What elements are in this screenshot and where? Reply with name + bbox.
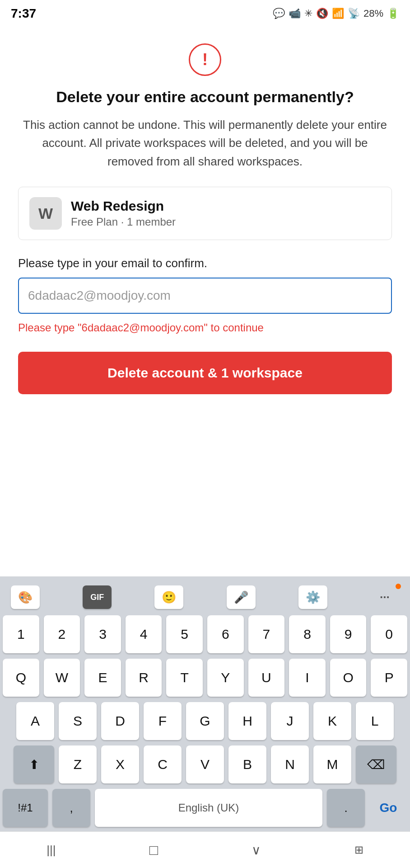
- battery-icon: 🔋: [387, 8, 399, 19]
- period-key[interactable]: .: [327, 789, 365, 827]
- email-input[interactable]: [18, 278, 392, 314]
- go-key[interactable]: Go: [369, 789, 407, 827]
- orange-dot: [396, 584, 401, 589]
- keyboard-row-qwerty: Q W E R T Y U I O P: [3, 659, 407, 697]
- key-o[interactable]: O: [330, 659, 367, 697]
- key-h[interactable]: H: [228, 702, 266, 740]
- comma-key[interactable]: ,: [52, 789, 90, 827]
- gif-button[interactable]: GIF: [83, 585, 112, 609]
- dialog-title: Delete your entire account permanently?: [56, 87, 354, 107]
- confirm-label: Please type in your email to confirm.: [18, 256, 392, 270]
- key-u[interactable]: U: [248, 659, 285, 697]
- key-3[interactable]: 3: [84, 615, 121, 653]
- bluetooth-icon: ✳: [304, 8, 312, 19]
- key-e[interactable]: E: [84, 659, 121, 697]
- workspace-meta: Free Plan · 1 member: [71, 216, 176, 228]
- space-key[interactable]: English (UK): [95, 789, 322, 827]
- delete-button[interactable]: Delete account & 1 workspace: [18, 352, 392, 394]
- mute-icon: 🔇: [316, 8, 328, 19]
- numbers-symbol-key[interactable]: !#1: [3, 789, 48, 827]
- key-7[interactable]: 7: [248, 615, 285, 653]
- key-y[interactable]: Y: [207, 659, 244, 697]
- message-icon: 💬: [273, 8, 285, 19]
- wifi-icon: 📶: [332, 8, 344, 19]
- recent-nav-button[interactable]: ∨: [238, 839, 275, 861]
- key-6[interactable]: 6: [207, 615, 244, 653]
- status-bar: 7:37 💬 📹 ✳ 🔇 📶 📡 28% 🔋: [0, 0, 410, 25]
- key-d[interactable]: D: [101, 702, 139, 740]
- sticker-button[interactable]: 🎨: [11, 585, 40, 609]
- key-n[interactable]: N: [271, 745, 309, 783]
- key-m[interactable]: M: [313, 745, 351, 783]
- workspace-card: W Web Redesign Free Plan · 1 member: [18, 187, 392, 240]
- warning-icon: !: [189, 43, 221, 76]
- keyboard-row-numbers: 1 2 3 4 5 6 7 8 9 0: [3, 615, 407, 653]
- key-t[interactable]: T: [166, 659, 203, 697]
- more-button[interactable]: ···: [370, 585, 399, 609]
- emoji-button[interactable]: 🙂: [154, 585, 183, 609]
- more-dots-label: ···: [380, 590, 390, 604]
- shift-key[interactable]: ⬆: [14, 745, 54, 783]
- keyboard-rows: 1 2 3 4 5 6 7 8 9 0 Q W E R T Y U I O P …: [0, 615, 410, 827]
- key-g[interactable]: G: [186, 702, 224, 740]
- key-1[interactable]: 1: [3, 615, 39, 653]
- bottom-nav: ||| □ ∨ ⊞: [0, 831, 410, 868]
- home-nav-button[interactable]: □: [136, 839, 172, 861]
- error-text: Please type "6dadaac2@moodjoy.com" to co…: [18, 320, 392, 335]
- key-w[interactable]: W: [44, 659, 80, 697]
- key-9[interactable]: 9: [330, 615, 367, 653]
- key-0[interactable]: 0: [371, 615, 407, 653]
- signal-icon: 📡: [348, 8, 360, 19]
- keyboard-row-zxcv: ⬆ Z X C V B N M ⌫: [3, 745, 407, 783]
- key-v[interactable]: V: [186, 745, 224, 783]
- key-z[interactable]: Z: [59, 745, 97, 783]
- key-i[interactable]: I: [289, 659, 326, 697]
- key-x[interactable]: X: [101, 745, 139, 783]
- workspace-name: Web Redesign: [71, 198, 176, 214]
- key-f[interactable]: F: [144, 702, 182, 740]
- status-icons: 💬 📹 ✳ 🔇 📶 📡 28% 🔋: [273, 8, 399, 19]
- key-p[interactable]: P: [371, 659, 407, 697]
- keyboard-toolbar: 🎨 GIF 🙂 🎤 ⚙️ ···: [0, 581, 410, 615]
- key-4[interactable]: 4: [126, 615, 162, 653]
- battery-text: 28%: [363, 8, 383, 19]
- key-r[interactable]: R: [126, 659, 162, 697]
- keyboard: 🎨 GIF 🙂 🎤 ⚙️ ··· 1 2 3 4 5 6 7 8 9 0 Q W…: [0, 576, 410, 868]
- keyboard-row-asdf: A S D F G H J K L: [3, 702, 407, 740]
- key-j[interactable]: J: [271, 702, 309, 740]
- key-a[interactable]: A: [16, 702, 54, 740]
- workspace-info: Web Redesign Free Plan · 1 member: [71, 198, 176, 228]
- backspace-key[interactable]: ⌫: [356, 745, 396, 783]
- video-icon: 📹: [289, 8, 301, 19]
- key-q[interactable]: Q: [3, 659, 39, 697]
- key-8[interactable]: 8: [289, 615, 326, 653]
- key-s[interactable]: S: [59, 702, 97, 740]
- key-c[interactable]: C: [144, 745, 182, 783]
- key-5[interactable]: 5: [166, 615, 203, 653]
- key-k[interactable]: K: [313, 702, 351, 740]
- workspace-avatar: W: [29, 197, 62, 230]
- mic-button[interactable]: 🎤: [227, 585, 256, 609]
- dialog-description: This action cannot be undone. This will …: [18, 116, 392, 170]
- key-b[interactable]: B: [228, 745, 266, 783]
- keyboard-nav-button[interactable]: ⊞: [341, 839, 377, 861]
- settings-button[interactable]: ⚙️: [298, 585, 327, 609]
- keyboard-row-bottom: !#1 , English (UK) . Go: [3, 789, 407, 827]
- key-2[interactable]: 2: [44, 615, 80, 653]
- status-time: 7:37: [11, 6, 36, 21]
- key-l[interactable]: L: [356, 702, 394, 740]
- back-nav-button[interactable]: |||: [33, 839, 70, 861]
